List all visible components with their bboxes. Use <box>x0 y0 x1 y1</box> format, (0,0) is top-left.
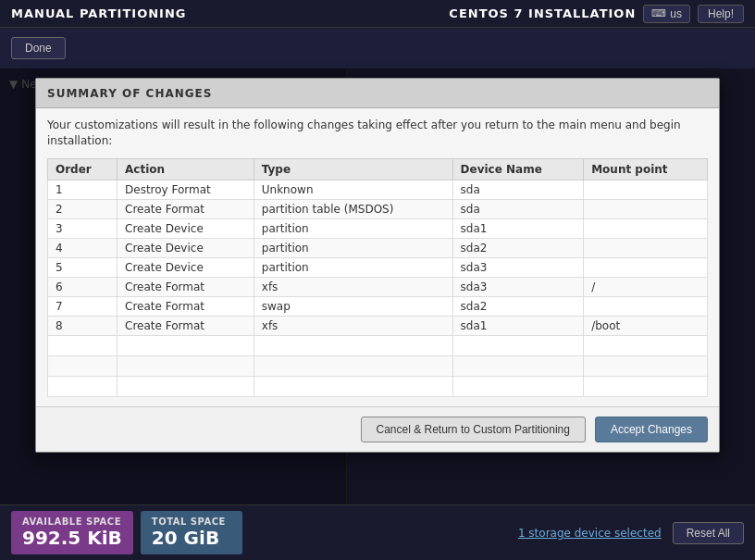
changes-table: Order Action Type Device Name Mount poin… <box>47 158 708 397</box>
modal-description: Your customizations will result in the f… <box>47 118 708 149</box>
summary-modal: SUMMARY OF CHANGES Your customizations w… <box>35 78 720 453</box>
modal-title: SUMMARY OF CHANGES <box>47 87 212 100</box>
cell-mount: /boot <box>584 316 708 335</box>
table-spacer-row <box>48 376 708 396</box>
total-space-box: TOTAL SPACE 20 GiB <box>141 511 242 554</box>
cell-order: 6 <box>48 277 118 296</box>
cell-type: xfs <box>254 316 452 335</box>
cell-type: Unknown <box>254 180 452 199</box>
table-body: 1Destroy FormatUnknownsda2Create Formatp… <box>48 180 708 396</box>
cancel-button[interactable]: Cancel & Return to Custom Partitioning <box>361 417 586 442</box>
table-row: 6Create Formatxfssda3/ <box>48 277 708 296</box>
available-space-box: AVAILABLE SPACE 992.5 KiB <box>11 511 133 554</box>
cell-type: partition table (MSDOS) <box>254 199 452 218</box>
cell-device: sda3 <box>452 277 584 296</box>
table-row: 2Create Formatpartition table (MSDOS)sda <box>48 199 708 218</box>
cell-order: 2 <box>48 199 118 218</box>
centos-title: CENTOS 7 INSTALLATION <box>449 6 636 20</box>
cell-mount <box>584 296 708 316</box>
table-row: 7Create Formatswapsda2 <box>48 296 708 316</box>
cell-action: Create Format <box>118 277 254 296</box>
cell-order: 4 <box>48 238 118 257</box>
cell-type: partition <box>254 257 452 277</box>
cell-type: partition <box>254 218 452 238</box>
bottom-bar: AVAILABLE SPACE 992.5 KiB TOTAL SPACE 20… <box>0 504 755 560</box>
cell-device: sda2 <box>452 238 584 257</box>
cell-action: Destroy Format <box>118 180 254 199</box>
total-space-label: TOTAL SPACE <box>152 516 231 527</box>
keyboard-icon: ⌨ <box>651 7 666 19</box>
cell-action: Create Device <box>118 257 254 277</box>
space-info: AVAILABLE SPACE 992.5 KiB TOTAL SPACE 20… <box>11 511 242 554</box>
available-space-value: 992.5 KiB <box>22 527 122 549</box>
help-button[interactable]: Help! <box>698 5 744 23</box>
total-space-value: 20 GiB <box>152 527 231 549</box>
cell-order: 8 <box>48 316 118 335</box>
keyboard-lang: us <box>670 7 682 20</box>
reset-all-button[interactable]: Reset All <box>673 522 744 544</box>
keyboard-button[interactable]: ⌨ us <box>643 5 690 23</box>
table-header: Order Action Type Device Name Mount poin… <box>48 158 708 180</box>
col-device: Device Name <box>452 158 584 180</box>
app-title: MANUAL PARTITIONING <box>11 6 186 20</box>
cell-mount <box>584 257 708 277</box>
cell-device: sda <box>452 180 584 199</box>
bottom-right: 1 storage device selected Reset All <box>518 522 744 544</box>
table-spacer-row <box>48 335 708 355</box>
cell-order: 5 <box>48 257 118 277</box>
modal-overlay: SUMMARY OF CHANGES Your customizations w… <box>0 68 755 504</box>
cell-order: 1 <box>48 180 118 199</box>
cell-type: swap <box>254 296 452 316</box>
cell-action: Create Device <box>118 218 254 238</box>
top-bar: MANUAL PARTITIONING CENTOS 7 INSTALLATIO… <box>0 0 755 28</box>
cell-mount <box>584 199 708 218</box>
cell-device: sda3 <box>452 257 584 277</box>
cell-device: sda1 <box>452 316 584 335</box>
table-row: 1Destroy FormatUnknownsda <box>48 180 708 199</box>
col-type: Type <box>254 158 452 180</box>
col-action: Action <box>118 158 254 180</box>
cell-type: xfs <box>254 277 452 296</box>
cell-device: sda <box>452 199 584 218</box>
modal-header: SUMMARY OF CHANGES <box>36 79 719 108</box>
cell-order: 3 <box>48 218 118 238</box>
storage-device-link[interactable]: 1 storage device selected <box>518 527 662 540</box>
cell-action: Create Format <box>118 199 254 218</box>
accept-changes-button[interactable]: Accept Changes <box>595 417 708 442</box>
table-row: 3Create Devicepartitionsda1 <box>48 218 708 238</box>
second-bar: Done <box>0 28 755 68</box>
cell-action: Create Format <box>118 296 254 316</box>
top-bar-right: CENTOS 7 INSTALLATION ⌨ us Help! <box>449 5 744 23</box>
cell-action: Create Format <box>118 316 254 335</box>
cell-mount <box>584 180 708 199</box>
cell-mount: / <box>584 277 708 296</box>
modal-footer: Cancel & Return to Custom Partitioning A… <box>36 406 719 452</box>
col-mount: Mount point <box>584 158 708 180</box>
table-header-row: Order Action Type Device Name Mount poin… <box>48 158 708 180</box>
cell-device: sda2 <box>452 296 584 316</box>
cell-action: Create Device <box>118 238 254 257</box>
available-space-label: AVAILABLE SPACE <box>22 516 122 527</box>
cell-mount <box>584 218 708 238</box>
cell-device: sda1 <box>452 218 584 238</box>
col-order: Order <box>48 158 118 180</box>
cell-order: 7 <box>48 296 118 316</box>
modal-body: Your customizations will result in the f… <box>36 108 719 406</box>
done-button[interactable]: Done <box>11 37 66 59</box>
table-row: 8Create Formatxfssda1/boot <box>48 316 708 335</box>
table-row: 5Create Devicepartitionsda3 <box>48 257 708 277</box>
cell-mount <box>584 238 708 257</box>
table-spacer-row <box>48 355 708 376</box>
table-row: 4Create Devicepartitionsda2 <box>48 238 708 257</box>
cell-type: partition <box>254 238 452 257</box>
